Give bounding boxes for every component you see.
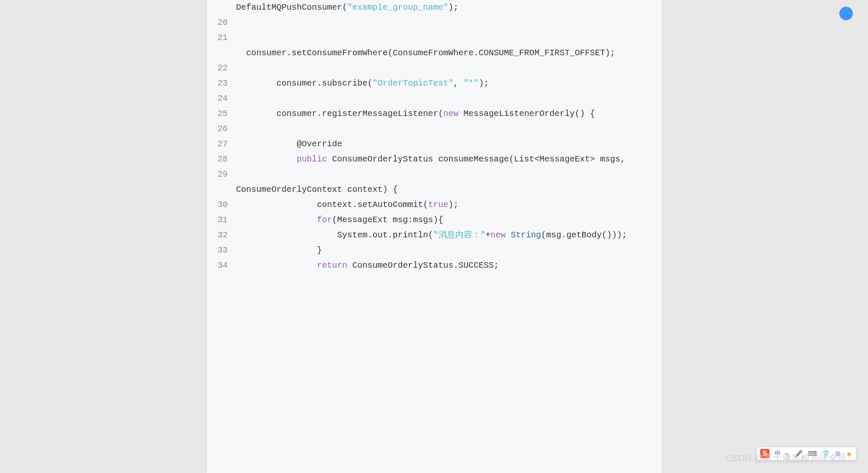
token: System.out.println( [236,230,433,240]
token: context.setAutoCommit( [236,200,428,210]
token-kw: true [428,200,449,210]
code-content[interactable] [236,30,653,46]
token [236,261,317,270]
token-str: "example_group_name" [347,3,449,12]
token-kw: return [317,261,347,270]
line-number: 21 [215,30,236,46]
code-content[interactable] [236,15,653,30]
token: ConsumeOrderlyStatus consumeMessage(List… [327,154,625,164]
code-line: 34 return ConsumeOrderlyStatus.SUCCESS; [215,258,653,273]
token [236,154,297,164]
code-line: ConsumeOrderlyContext context) { [215,182,653,197]
line-number: 32 [215,228,236,243]
code-line: DefaultMQPushConsumer("example_group_nam… [215,0,653,15]
ime-mic-icon[interactable]: 🎤 [795,450,803,457]
code-content[interactable]: public ConsumeOrderlyStatus consumeMessa… [236,152,653,167]
code-content[interactable]: DefaultMQPushConsumer("example_group_nam… [236,0,653,15]
token-kw: new [491,230,506,240]
code-content[interactable] [236,121,653,137]
code-line: 24 [215,91,653,106]
token [236,215,317,225]
token: , [454,78,464,88]
line-number: 31 [215,212,236,228]
line-number: 28 [215,152,236,167]
code-content[interactable]: @Override [236,137,653,152]
token: consumer.registerMessageListener( [236,109,443,118]
code-line: 29 [215,167,653,182]
code-line: 25 consumer.registerMessageListener(new … [215,106,653,121]
token-str: "*" [464,78,479,88]
code-line: 31 for(MessageExt msg:msgs){ [215,212,653,228]
code-line: 21 [215,30,653,46]
line-number: 24 [215,91,236,106]
code-content[interactable]: return ConsumeOrderlyStatus.SUCCESS; [236,258,653,273]
ime-toolbox-icon[interactable]: ⊞ [835,450,841,457]
code-content[interactable]: consumer.registerMessageListener(new Mes… [236,106,653,121]
token: ); [449,3,459,12]
token: ); [449,200,459,210]
token-kw: public [297,154,327,164]
line-number: 34 [215,258,236,273]
token: ConsumeOrderlyContext context) { [236,185,398,194]
content-wrapper: DefaultMQPushConsumer("example_group_nam… [207,0,662,473]
token-kw: new [443,109,459,118]
line-number: 27 [215,137,236,152]
ime-lang-toggle[interactable]: 中 [775,450,781,458]
code-line: 33 } [215,243,653,258]
code-block[interactable]: DefaultMQPushConsumer("example_group_nam… [207,0,662,473]
code-line: 23 consumer.subscribe("OrderTopicTest", … [215,76,653,91]
line-number: 33 [215,243,236,258]
line-number: 30 [215,197,236,212]
code-content[interactable] [236,61,653,76]
code-content[interactable]: ConsumeOrderlyContext context) { [236,182,653,197]
token: ConsumeOrderlyStatus.SUCCESS; [347,261,499,270]
translate-button[interactable]: 🌐 [839,7,853,20]
page-container: DefaultMQPushConsumer("example_group_nam… [0,0,868,473]
line-number: 23 [215,76,236,91]
line-number: 22 [215,61,236,76]
code-content[interactable] [236,167,653,182]
ime-keyboard-icon[interactable]: ⌨ [808,450,817,457]
code-line: 27 @Override [215,137,653,152]
ime-logo-icon[interactable]: S [760,449,769,458]
line-number: 25 [215,106,236,121]
code-line: consumer.setConsumeFromWhere(ConsumeFrom… [215,46,653,61]
globe-icon: 🌐 [843,10,850,17]
code-line: 22 [215,61,653,76]
ime-toolbar[interactable]: S 中 •, 🎤 ⌨ 👕 ⊞ ☻ [756,447,856,460]
token: ); [479,78,489,88]
line-number: 26 [215,121,236,137]
code-content[interactable]: context.setAutoCommit(true); [236,197,653,212]
line-number: 20 [215,15,236,30]
token-annotation: @Override [236,139,342,149]
code-content[interactable]: consumer.subscribe("OrderTopicTest", "*"… [236,76,653,91]
code-line: 26 [215,121,653,137]
token-str: "OrderTopicTest" [373,78,454,88]
token: consumer.subscribe( [236,78,373,88]
ime-skin-icon[interactable]: 👕 [822,450,830,457]
code-line: 20 [215,15,653,30]
code-content[interactable]: } [236,243,653,258]
token-kw: for [317,215,332,225]
token: MessageListenerOrderly() { [459,109,595,118]
token [506,230,511,240]
line-number: 29 [215,167,236,182]
ime-emoji-icon[interactable]: ☻ [846,450,852,457]
code-content[interactable] [236,91,653,106]
token: (MessageExt msg:msgs){ [332,215,443,225]
token: (msg.getBody())); [541,230,627,240]
code-line: 28 public ConsumeOrderlyStatus consumeMe… [215,152,653,167]
token: DefaultMQPushConsumer( [236,3,347,12]
code-line: 30 context.setAutoCommit(true); [215,197,653,212]
code-content[interactable]: for(MessageExt msg:msgs){ [236,212,653,228]
token: + [486,230,491,240]
code-line: 32 System.out.println("消息内容："+new String… [215,228,653,243]
token: consumer.setConsumeFromWhere(ConsumeFrom… [236,48,615,58]
token: } [236,245,322,255]
token-cls: String [511,230,541,240]
ime-punct-icon[interactable]: •, [786,450,790,457]
token-str: "消息内容：" [433,230,486,240]
code-content[interactable]: System.out.println("消息内容："+new String(ms… [236,228,653,243]
code-content[interactable]: consumer.setConsumeFromWhere(ConsumeFrom… [236,46,653,61]
